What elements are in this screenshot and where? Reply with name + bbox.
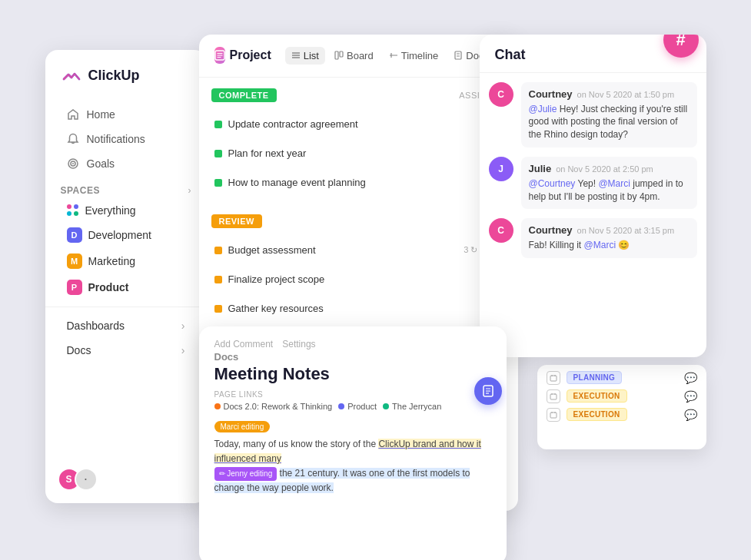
project-header: Project List Board [199, 35, 518, 78]
chat-panel: # Chat C Courtney on Nov 5 2020 at 1:50 … [480, 35, 706, 357]
product-space-icon: P [67, 280, 82, 295]
page-link[interactable]: Product [338, 402, 377, 411]
page-link-dot [383, 403, 389, 409]
chat-avatar: C [489, 82, 513, 107]
spaces-label: Spaces [61, 185, 100, 196]
task-status-dot [214, 150, 222, 157]
docs-chevron-icon: › [181, 344, 185, 356]
chat-author: Courtney [529, 88, 573, 100]
sprint-comment-icon[interactable]: 💬 [684, 409, 697, 421]
tab-board-label: Board [347, 50, 374, 61]
table-row[interactable]: Budget assessment 3 ↻ A [211, 236, 506, 265]
dashboards-label: Dashboards [67, 320, 125, 332]
sprint-calendar-icon [547, 389, 560, 403]
sprint-badge-execution: EXECUTION [567, 389, 627, 403]
tab-board[interactable]: Board [328, 47, 380, 65]
docs-label: Docs [67, 344, 91, 356]
docs-main-title: Meeting Notes [214, 364, 491, 384]
chat-author: Julie [529, 163, 552, 174]
table-row[interactable]: Gather key resources K [211, 294, 506, 323]
chat-time: on Nov 5 2020 at 2:50 pm [556, 164, 653, 174]
app-logo[interactable]: ClickUp [45, 65, 207, 102]
task-status-dot [214, 276, 222, 283]
svg-point-2 [72, 163, 74, 164]
document-icon [481, 384, 495, 398]
sidebar-item-marketing[interactable]: M Marketing [52, 248, 201, 274]
page-link[interactable]: Docs 2.0: Rework & Thinking [214, 402, 333, 411]
sidebar-item-notifications[interactable]: Notifications [52, 127, 201, 151]
chat-bubble: Courtney on Nov 5 2020 at 3:15 pm Fab! K… [521, 218, 697, 258]
clickup-logo-icon [61, 65, 82, 87]
table-row[interactable]: Plan for next year J [211, 139, 506, 168]
docs-panel: Add Comment Settings Docs Meeting Notes … [199, 326, 507, 561]
sidebar-item-development[interactable]: D Development [52, 222, 201, 248]
chat-avatar: J [489, 157, 513, 181]
task-name: Plan for next year [228, 147, 478, 159]
bell-icon [67, 133, 79, 145]
sprint-row[interactable]: EXECUTION 💬 [547, 389, 697, 403]
task-name: How to manage event planning [228, 177, 478, 188]
svg-rect-8 [340, 51, 343, 57]
chat-message: C Courtney on Nov 5 2020 at 1:50 pm @Jul… [489, 82, 697, 147]
task-status-dot [214, 179, 222, 187]
sprint-comment-icon[interactable]: 💬 [684, 390, 697, 403]
section-badge-complete: COMPLETE [211, 88, 277, 102]
task-status-dot [214, 305, 222, 313]
sprint-comment-icon[interactable]: 💬 [684, 372, 697, 384]
everything-icon [67, 204, 79, 217]
chat-text: @Courtney Yep! @Marci jumped in to help … [529, 177, 690, 204]
user-avatars: S · [58, 468, 98, 491]
docs-actions-bar: Add Comment Settings [214, 339, 491, 350]
page-links-list: Docs 2.0: Rework & Thinking Product The … [214, 402, 491, 411]
tab-timeline[interactable]: Timeline [383, 47, 445, 65]
sidebar-item-everything[interactable]: Everything [52, 199, 201, 222]
sidebar-item-home[interactable]: Home [52, 102, 201, 127]
sidebar-item-product[interactable]: P Product [52, 274, 201, 300]
page-links-label: PAGE LINKS [214, 390, 491, 399]
svg-rect-22 [550, 413, 557, 418]
chat-avatar: C [489, 218, 513, 243]
chat-bubble: Julie on Nov 5 2020 at 2:50 pm @Courtney… [521, 157, 697, 210]
chat-text: @Julie Hey! Just checking if you're stil… [529, 103, 690, 141]
docs-section-label: Docs [214, 351, 491, 363]
tab-list[interactable]: List [285, 47, 325, 65]
table-row[interactable]: How to manage event planning M [211, 168, 506, 197]
add-comment-button[interactable]: Add Comment [214, 339, 274, 350]
sprint-calendar-icon [547, 371, 560, 385]
marketing-space-icon: M [67, 253, 82, 269]
hash-symbol: # [676, 35, 685, 50]
list-tab-icon [291, 51, 301, 60]
tab-list-label: List [304, 50, 319, 61]
table-row[interactable]: Finalize project scope B [211, 265, 506, 294]
doc-tab-icon [454, 51, 463, 60]
sprint-calendar-icon [547, 408, 560, 422]
task-name: Budget assessment [228, 244, 458, 256]
sidebar-item-docs[interactable]: Docs › [52, 338, 201, 363]
section-complete: COMPLETE ASSIGNEE Update contractor agre… [199, 78, 518, 204]
task-name: Update contractor agreement [228, 118, 478, 130]
target-icon [67, 157, 79, 170]
sprint-row[interactable]: PLANNING 💬 [547, 371, 697, 385]
sidebar: ClickUp Home Notifications Goals Space [45, 50, 207, 503]
development-label: Development [88, 229, 152, 241]
sprint-row[interactable]: EXECUTION 💬 [547, 408, 697, 422]
docs-floating-icon-button[interactable] [474, 377, 502, 405]
table-row[interactable]: Update contractor agreement C [211, 110, 506, 139]
svg-rect-19 [550, 394, 557, 399]
chat-messages-list: C Courtney on Nov 5 2020 at 1:50 pm @Jul… [480, 73, 706, 353]
sprint-badge-execution-2: EXECUTION [567, 408, 627, 421]
settings-link[interactable]: Settings [282, 339, 315, 350]
sidebar-item-goals[interactable]: Goals [52, 151, 201, 176]
page-link[interactable]: The Jerrycan [383, 402, 441, 411]
board-tab-icon [334, 51, 344, 60]
task-status-dot [214, 247, 222, 254]
goals-label: Goals [87, 157, 115, 170]
task-status-dot [214, 121, 222, 128]
chat-bubble: Courtney on Nov 5 2020 at 1:50 pm @Julie… [521, 82, 697, 147]
svg-rect-16 [550, 376, 557, 381]
sidebar-item-dashboards[interactable]: Dashboards › [52, 313, 201, 338]
spaces-section-header: Spaces › [45, 176, 207, 199]
sprints-panel: PLANNING 💬 EXECUTION 💬 E [537, 365, 706, 449]
marketing-label: Marketing [88, 255, 135, 267]
user-profile-area[interactable]: S · [58, 468, 98, 491]
